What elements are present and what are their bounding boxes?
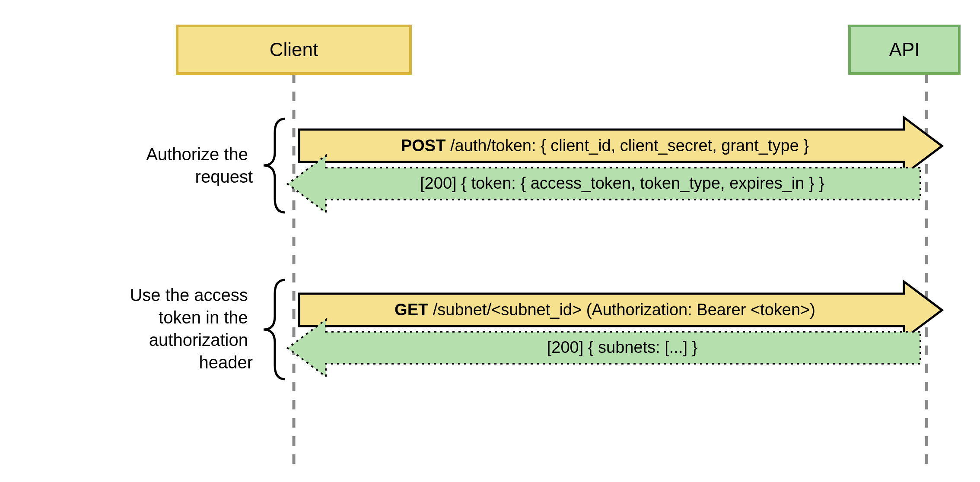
phase2-brace	[264, 280, 285, 379]
phase1-response-label: [200] { token: { access_token, token_typ…	[420, 174, 824, 192]
phase2-response-label: [200] { subnets: [...] }	[547, 338, 698, 356]
phase1-request-label: POST /auth/token: { client_id, client_se…	[401, 136, 809, 155]
phase1-side-label: Authorize the request	[146, 145, 253, 186]
phase2-request-label: GET /subnet/<subnet_id> (Authorization: …	[395, 301, 815, 319]
phase2-side-label: Use the access token in the authorizatio…	[130, 285, 253, 372]
phase1-brace	[264, 119, 285, 212]
api-actor-label: API	[889, 39, 920, 60]
client-actor-label: Client	[270, 39, 318, 60]
